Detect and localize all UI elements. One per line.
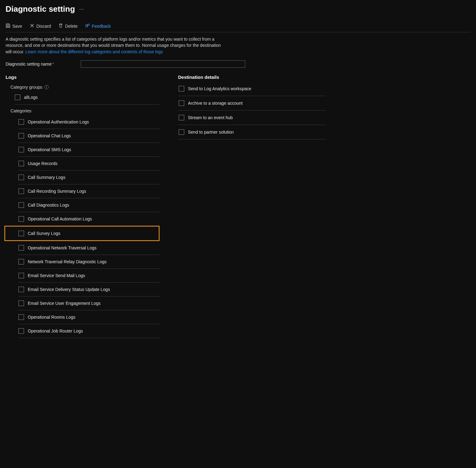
discard-label: Discard [36, 24, 51, 29]
category-row: Operational Network Traversal Logs [18, 241, 160, 255]
destination-section-title: Destination details [178, 75, 326, 80]
discard-button[interactable]: Discard [30, 23, 51, 29]
checkbox-row-alllogs: allLogs [15, 93, 160, 102]
destination-checkbox[interactable] [179, 86, 184, 91]
category-label: Usage Records [28, 161, 58, 166]
category-label: Call Recording Summary Logs [28, 189, 86, 194]
trash-icon [58, 23, 63, 29]
category-groups-heading: Category groups i [10, 85, 160, 90]
category-checkbox[interactable] [18, 301, 24, 306]
category-checkbox[interactable] [18, 314, 24, 320]
toolbar: Save Discard Delete Feedback [6, 23, 470, 32]
category-checkbox[interactable] [18, 119, 24, 125]
category-row: Call Summary Logs [18, 171, 160, 184]
category-label: Operational Call Automation Logs [28, 216, 92, 221]
category-checkbox[interactable] [18, 175, 24, 180]
category-label: Email Service Delivery Status Update Log… [28, 287, 110, 292]
category-label: Operational Authentication Logs [28, 119, 89, 124]
category-label: Call Summary Logs [28, 175, 65, 180]
destination-row: Send to partner solution [178, 125, 326, 139]
category-checkbox[interactable] [18, 259, 24, 264]
category-row: Call Recording Summary Logs [18, 184, 160, 198]
name-label: Diagnostic setting name* [6, 62, 81, 67]
highlighted-category: Call Survey Logs [4, 226, 160, 241]
category-checkbox[interactable] [18, 245, 24, 251]
category-checkbox[interactable] [18, 216, 24, 222]
description-text: A diagnostic setting specifies a list of… [6, 36, 221, 55]
svg-rect-0 [7, 26, 9, 27]
destination-label: Send to partner solution [188, 130, 234, 135]
destination-checkbox[interactable] [179, 100, 184, 106]
destination-checkbox[interactable] [179, 129, 184, 135]
category-checkbox[interactable] [18, 147, 24, 152]
category-label: Email Service User Engagement Logs [28, 301, 101, 306]
required-asterisk: * [52, 62, 54, 67]
destination-label: Archive to a storage account [188, 101, 242, 106]
more-actions-button[interactable]: ⋯ [79, 6, 85, 12]
category-row: Email Service User Engagement Logs [18, 297, 160, 310]
delete-label: Delete [65, 24, 77, 29]
category-row: Operational Authentication Logs [18, 115, 160, 129]
close-icon [30, 23, 35, 29]
category-label: Operational Network Traversal Logs [28, 245, 96, 250]
categories-list: Operational Authentication LogsOperation… [15, 115, 160, 338]
category-checkbox[interactable] [18, 328, 24, 334]
category-label: Call Survey Logs [28, 231, 60, 236]
destination-row: Send to Log Analytics workspace [178, 85, 326, 96]
category-checkbox[interactable] [18, 161, 24, 166]
delete-button[interactable]: Delete [58, 23, 77, 29]
category-checkbox[interactable] [18, 188, 24, 194]
feedback-label: Feedback [92, 24, 111, 29]
category-label: Operational Rooms Logs [28, 315, 75, 320]
category-label: Call Diagnostics Logs [28, 203, 69, 208]
page-title: Diagnostic setting [6, 4, 75, 14]
category-checkbox[interactable] [18, 231, 24, 236]
info-icon[interactable]: i [44, 85, 49, 89]
category-row: Network Traversal Relay Diagnostic Logs [18, 255, 160, 269]
save-icon [6, 23, 10, 29]
category-row: Operational SMS Logs [18, 143, 160, 157]
divider [15, 104, 160, 105]
category-label: Operational Chat Logs [28, 133, 71, 138]
category-checkbox[interactable] [18, 133, 24, 139]
category-row: Operational Job Router Logs [18, 324, 160, 338]
category-groups-label: Category groups [10, 85, 43, 90]
feedback-button[interactable]: Feedback [85, 23, 111, 29]
destination-checkbox[interactable] [179, 115, 184, 120]
diagnostic-setting-name-input[interactable] [81, 60, 245, 68]
svg-point-3 [86, 24, 87, 26]
logs-section-title: Logs [6, 75, 160, 80]
category-label: Operational SMS Logs [28, 147, 71, 152]
category-label: Email Service Send Mail Logs [28, 273, 85, 278]
category-row: Operational Rooms Logs [18, 310, 160, 324]
category-label: Operational Job Router Logs [28, 329, 83, 333]
save-label: Save [12, 24, 22, 29]
category-row: Usage Records [18, 157, 160, 171]
destination-row: Stream to an event hub [178, 111, 326, 125]
alllogs-label: allLogs [24, 95, 38, 100]
category-row: Call Diagnostics Logs [18, 198, 160, 212]
destinations-list: Send to Log Analytics workspaceArchive t… [178, 85, 326, 139]
feedback-icon [85, 23, 90, 29]
save-button[interactable]: Save [6, 23, 22, 29]
learn-more-link[interactable]: Learn more about the different log categ… [26, 49, 163, 54]
category-row: Email Service Send Mail Logs [18, 269, 160, 283]
category-row: Call Survey Logs [18, 227, 159, 240]
name-label-text: Diagnostic setting name [6, 62, 51, 67]
categories-heading: Categories [10, 108, 160, 113]
checkbox-alllogs[interactable] [15, 95, 20, 100]
destination-row: Archive to a storage account [178, 96, 326, 111]
destination-label: Stream to an event hub [188, 115, 233, 120]
category-checkbox[interactable] [18, 287, 24, 292]
category-checkbox[interactable] [18, 202, 24, 208]
category-checkbox[interactable] [18, 273, 24, 278]
destination-label: Send to Log Analytics workspace [188, 86, 251, 91]
category-row: Operational Chat Logs [18, 129, 160, 143]
category-row: Email Service Delivery Status Update Log… [18, 283, 160, 297]
category-row: Operational Call Automation Logs [18, 212, 160, 226]
category-label: Network Traversal Relay Diagnostic Logs [28, 259, 107, 264]
